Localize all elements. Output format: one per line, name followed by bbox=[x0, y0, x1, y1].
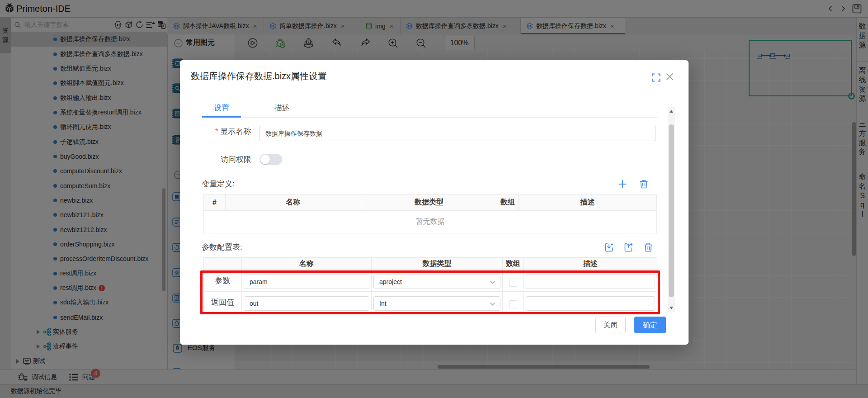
export-params-icon[interactable] bbox=[624, 243, 633, 252]
display-name-input[interactable]: 数据库操作保存数据 bbox=[259, 126, 656, 141]
scroll-up-arrow[interactable] bbox=[670, 110, 673, 113]
dialog-scrollbar-thumb[interactable] bbox=[669, 124, 674, 297]
add-variable-icon[interactable] bbox=[618, 180, 627, 189]
required-asterisk: * bbox=[215, 127, 218, 136]
variables-table: #名称数据类型数组描述 暂无数据 bbox=[203, 194, 657, 233]
delete-params-icon[interactable] bbox=[644, 243, 653, 252]
active-tab-indicator bbox=[202, 116, 241, 118]
import-params-icon[interactable] bbox=[605, 243, 614, 252]
parameters-column-header bbox=[204, 258, 242, 270]
parameters-column-header: 描述 bbox=[524, 258, 657, 270]
fullscreen-icon[interactable] bbox=[652, 73, 660, 82]
scroll-down-arrow[interactable] bbox=[670, 307, 673, 309]
variables-column-header: 数据类型 bbox=[361, 194, 497, 211]
var-section-label: 变量定义: bbox=[202, 179, 235, 190]
variables-column-header: 名称 bbox=[226, 194, 361, 211]
close-button[interactable]: 关闭 bbox=[595, 317, 626, 333]
access-toggle[interactable] bbox=[259, 154, 282, 165]
variables-column-header: 数组 bbox=[497, 194, 519, 211]
parameters-column-header: 数据类型 bbox=[372, 258, 503, 270]
annotation-highlight-box bbox=[200, 270, 660, 314]
variables-column-header: 描述 bbox=[519, 194, 657, 211]
dialog-scrollbar[interactable] bbox=[668, 107, 675, 312]
variables-column-header: # bbox=[204, 194, 226, 211]
ok-button[interactable]: 确定 bbox=[634, 317, 666, 333]
close-dialog-icon[interactable] bbox=[665, 72, 675, 81]
tab-rule bbox=[202, 117, 657, 118]
param-section-label: 参数配置表: bbox=[202, 242, 242, 253]
toggle-knob bbox=[260, 155, 270, 164]
dialog-tab-settings[interactable]: 设置 bbox=[202, 103, 241, 113]
display-name-label: * 显示名称 bbox=[215, 126, 251, 137]
dialog-title: 数据库操作保存数据.bizx属性设置 bbox=[191, 70, 327, 82]
delete-variable-icon[interactable] bbox=[639, 180, 648, 189]
parameters-column-header: 名称 bbox=[242, 258, 372, 270]
access-label: 访问权限 bbox=[221, 154, 251, 165]
primeton-ide-window: Primeton-IDE 资源 bbox=[0, 0, 868, 398]
dialog-tab-description[interactable]: 描述 bbox=[263, 103, 302, 113]
variables-empty-text: 暂无数据 bbox=[204, 211, 657, 233]
parameters-column-header: 数组 bbox=[503, 258, 524, 270]
